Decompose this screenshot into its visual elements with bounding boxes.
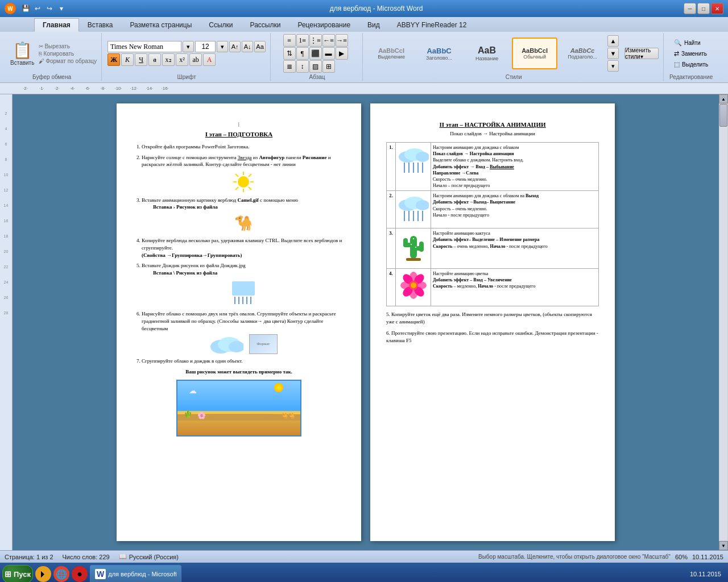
scroll-track[interactable] <box>719 104 727 541</box>
page2-item5: 5. Копируйте цветок ещё два раза. Измени… <box>386 311 599 326</box>
find-button[interactable]: 🔍 Найти <box>671 38 712 48</box>
redo-quick-btn[interactable]: ↪ <box>44 3 55 14</box>
styles-up-btn[interactable]: ▲ <box>607 35 619 47</box>
strikethrough-button[interactable]: a <box>148 53 161 66</box>
bullets-btn[interactable]: ≡ <box>283 34 296 47</box>
style-normal[interactable]: AaBbCcI Обычный <box>512 38 557 69</box>
tab-view[interactable]: Вид <box>359 18 388 32</box>
editing-buttons: 🔍 Найти ⇄ Заменить ⬚ Выделить <box>671 38 712 69</box>
format-painter-button[interactable]: 🖌Формат по образцу <box>39 58 97 64</box>
list-item-2: Нарисуйте солнце с помощью инструмента З… <box>142 154 345 193</box>
scrollbar-right[interactable]: ▲ ▼ <box>719 94 728 550</box>
paste-button[interactable]: 📋 Вставить <box>7 40 38 67</box>
camel-image: 🐪 <box>142 213 345 234</box>
qaccess-arrow[interactable]: ▾ <box>56 3 67 14</box>
font-color-button[interactable]: A <box>203 53 216 66</box>
increase-indent-btn[interactable]: →≡ <box>336 34 348 47</box>
taskbar-browser-icon[interactable]: ⏵ <box>35 566 51 582</box>
restore-button[interactable]: □ <box>697 3 710 14</box>
show-marks-btn[interactable]: ¶ <box>296 47 309 60</box>
sort-btn[interactable]: ⇅ <box>283 47 296 60</box>
style-heading[interactable]: AaBbC Заголово... <box>416 38 462 69</box>
replace-button[interactable]: ⇄ Заменить <box>671 49 712 59</box>
font-name-input[interactable] <box>107 41 181 52</box>
save-quick-btn[interactable]: 💾 <box>20 3 31 14</box>
font-size-dropdown[interactable]: ▾ <box>217 41 228 52</box>
zoom-hint[interactable]: Выбор масштаба. Щелкните, чтобы открыть … <box>478 554 671 560</box>
font-label: Шрифт <box>177 73 196 80</box>
multilevel-btn[interactable]: ⋮≡ <box>309 34 322 47</box>
cut-button[interactable]: ✂Вырезать <box>39 43 97 49</box>
pages-area[interactable]: | I этап – ПОДГОТОВКА Откройте файл прог… <box>13 94 719 550</box>
font-control-stack: ▾ ▾ A↑ A↓ Aa Ж К Ч a x₂ x² ab <box>107 41 266 66</box>
change-styles-btn[interactable]: Изменить стили▾ <box>624 48 659 59</box>
tab-review[interactable]: Рецензирование <box>289 18 359 32</box>
tab-references[interactable]: Ссылки <box>200 18 241 32</box>
scroll-up-arrow[interactable]: ▲ <box>719 94 728 103</box>
ribbon-content: 📋 Вставить ✂Вырезать ⎘Копировать 🖌Формат… <box>0 32 728 82</box>
start-button[interactable]: ⊞ Пуск <box>2 565 33 582</box>
editing-label: Редактирование <box>669 73 713 80</box>
italic-button[interactable]: К <box>121 53 134 66</box>
copy-button[interactable]: ⎘Копировать <box>39 51 97 57</box>
tab-mailings[interactable]: Рассылки <box>242 18 289 32</box>
scroll-thumb[interactable] <box>719 104 727 127</box>
taskbar-red-icon[interactable]: ● <box>72 566 88 582</box>
line-spacing-btn[interactable]: ↕ <box>296 60 309 73</box>
align-left-btn[interactable]: ⬛ <box>309 47 322 60</box>
page1-cursor: | <box>133 120 345 128</box>
close-button[interactable]: ✕ <box>711 3 723 14</box>
shading-btn[interactable]: ▨ <box>309 60 322 73</box>
styles-more-btn[interactable]: ▾ <box>607 60 619 72</box>
underline-button[interactable]: Ч <box>135 53 147 66</box>
status-right: Выбор масштаба. Щелкните, чтобы открыть … <box>478 554 723 560</box>
styles-down-btn[interactable]: ▼ <box>607 48 619 59</box>
minimize-button[interactable]: ─ <box>684 3 696 14</box>
align-center-btn[interactable]: ▬ <box>322 47 335 60</box>
tab-page-layout[interactable]: Разметка страницы <box>121 18 200 32</box>
anim-row-3: 3. <box>387 228 599 269</box>
svg-rect-9 <box>232 281 255 296</box>
tab-abbyy[interactable]: ABBYY FineReader 12 <box>388 18 475 32</box>
group-paragraph: ≡ 1≡ ⋮≡ ←≡ →≡ ⇅ ¶ ⬛ ▬ ▶ ≣ ↕ ▨ ⊞ Абзац <box>272 33 363 81</box>
style-subtitle[interactable]: AaBbCc Подзаголо... <box>560 38 605 69</box>
scroll-down-arrow[interactable]: ▼ <box>719 541 728 550</box>
svg-point-28 <box>416 200 429 210</box>
clear-format-btn[interactable]: Aa <box>254 41 266 52</box>
decrease-indent-btn[interactable]: ←≡ <box>322 34 335 47</box>
zoom-level[interactable]: 60% <box>675 554 688 560</box>
svg-point-20 <box>416 152 429 162</box>
word-logo-icon[interactable]: W <box>5 3 16 14</box>
status-bar: Страница: 1 из 2 Число слов: 229 📖 Русск… <box>0 550 728 563</box>
anim-img-2 <box>396 191 431 228</box>
subscript-button[interactable]: x₂ <box>162 53 175 66</box>
tab-insert[interactable]: Вставка <box>79 18 122 32</box>
font-shrink-btn[interactable]: A↓ <box>242 41 253 52</box>
rain-image <box>142 278 345 307</box>
page-1: | I этап – ПОДГОТОВКА Откройте файл прог… <box>117 103 361 541</box>
list-item-3: Вставьте анимационную картинку верблюд C… <box>142 197 345 234</box>
bold-button[interactable]: Ж <box>107 53 120 66</box>
anim-num-3: 3. <box>387 228 396 269</box>
svg-line-5 <box>235 174 238 177</box>
numbering-btn[interactable]: 1≡ <box>296 34 309 47</box>
ribbon-tabs: Главная Вставка Разметка страницы Ссылки… <box>0 17 728 32</box>
undo-quick-btn[interactable]: ↩ <box>32 3 43 14</box>
superscript-button[interactable]: x² <box>176 53 188 66</box>
borders-btn[interactable]: ⊞ <box>322 60 335 73</box>
font-grow-btn[interactable]: A↑ <box>229 41 241 52</box>
paragraph-buttons: ≡ 1≡ ⋮≡ ←≡ →≡ ⇅ ¶ ⬛ ▬ ▶ ≣ ↕ ▨ ⊞ <box>283 34 351 73</box>
align-right-btn[interactable]: ▶ <box>336 47 348 60</box>
select-button[interactable]: ⬚ Выделить <box>671 60 712 69</box>
taskbar-word-button[interactable]: W для верблюд - Microsoft Word <box>90 565 181 582</box>
style-highlight[interactable]: AaBbCcI Выделение <box>369 38 414 69</box>
text-highlight-button[interactable]: ab <box>189 53 202 66</box>
ruler-top-marks: ·2··1··2··4··6··8··10··12··14··16· <box>13 83 728 94</box>
clipboard-label: Буфер обмена <box>32 73 71 80</box>
font-name-dropdown[interactable]: ▾ <box>183 41 194 52</box>
taskbar-chrome-icon[interactable]: 🌐 <box>53 566 69 582</box>
font-size-input[interactable] <box>195 41 216 52</box>
tab-home[interactable]: Главная <box>34 18 79 32</box>
justify-btn[interactable]: ≣ <box>283 60 296 73</box>
style-title[interactable]: AaB Название <box>464 38 510 69</box>
